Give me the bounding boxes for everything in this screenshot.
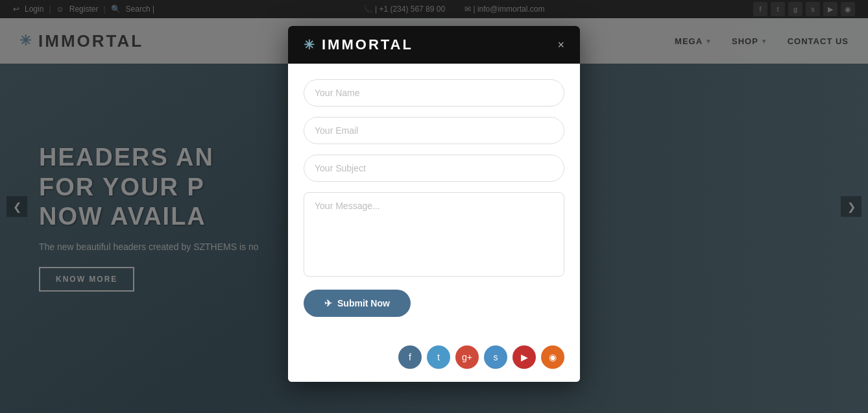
email-input[interactable] xyxy=(304,117,564,144)
modal-gplus-icon[interactable]: g+ xyxy=(455,345,479,369)
modal-rss-icon[interactable]: ◉ xyxy=(541,345,564,369)
submit-label: Submit Now xyxy=(337,298,390,308)
modal-logo-text: IMMORTAL xyxy=(322,36,413,53)
modal-youtube-icon[interactable]: ▶ xyxy=(512,345,536,369)
modal-skype-icon[interactable]: s xyxy=(484,345,507,369)
modal-facebook-icon[interactable]: f xyxy=(398,345,422,369)
modal-logo: ✳ IMMORTAL xyxy=(304,36,413,53)
submit-icon: ✈ xyxy=(324,298,332,308)
modal-close-button[interactable]: × xyxy=(557,39,564,51)
modal-twitter-icon[interactable]: t xyxy=(427,345,450,369)
submit-button[interactable]: ✈ Submit Now xyxy=(304,290,411,317)
message-input[interactable] xyxy=(304,192,564,277)
name-input[interactable] xyxy=(304,79,564,106)
contact-modal: ✳ IMMORTAL × ✈ Submit Now f t g+ s ▶ ◉ xyxy=(288,26,580,382)
modal-header: ✳ IMMORTAL × xyxy=(288,26,580,64)
modal-body: ✈ Submit Now xyxy=(288,64,580,338)
subject-input[interactable] xyxy=(304,155,564,182)
modal-footer: f t g+ s ▶ ◉ xyxy=(288,338,580,382)
modal-logo-icon: ✳ xyxy=(304,37,317,53)
modal-overlay: ✳ IMMORTAL × ✈ Submit Now f t g+ s ▶ ◉ xyxy=(0,0,868,413)
